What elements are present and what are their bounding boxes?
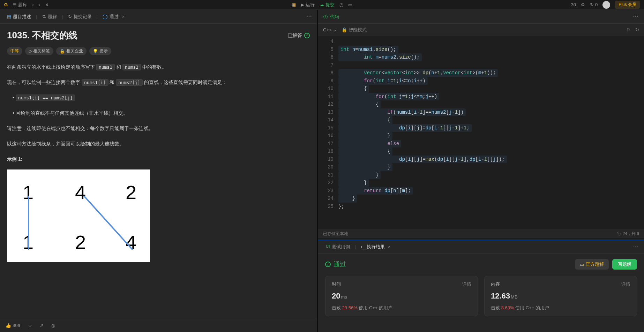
time-label: 时间: [332, 281, 341, 287]
code-icon: ⟨/⟩: [323, 14, 328, 19]
submit-button[interactable]: ☁ 提交: [320, 2, 335, 8]
timer-icon[interactable]: ◷: [339, 2, 343, 7]
memory-detail-link[interactable]: 详情: [621, 281, 630, 287]
bullet: • nums1[i] == nums2[j]: [13, 93, 310, 103]
check-circle-icon: ✓: [304, 33, 310, 38]
paragraph: 请注意，连线即使在端点也不能相交：每个数字只能属于一条连线。: [7, 123, 310, 133]
time-value: 20ms: [332, 292, 471, 301]
code-menu[interactable]: ⋯: [633, 13, 639, 20]
tags-pill[interactable]: ◇ 相关标签: [25, 47, 53, 55]
check-icon: ◯: [103, 14, 108, 19]
write-solution-button[interactable]: 写题解: [612, 259, 637, 270]
favorite-button[interactable]: ☆: [28, 323, 32, 328]
code-tab[interactable]: ⟨/⟩ 代码: [323, 14, 339, 20]
solved-badge: 已解答 ✓: [287, 32, 310, 39]
example-image: 1 4 2 1 2 4: [7, 169, 150, 262]
notes-icon[interactable]: ▭: [348, 2, 352, 7]
problem-content[interactable]: 1035. 不相交的线 已解答 ✓ 中等 ◇ 相关标签 🔒 相关企业 💡 提示 …: [0, 24, 317, 319]
logo-icon[interactable]: G: [4, 2, 8, 7]
check-circle-icon: ✓: [325, 262, 331, 267]
like-button[interactable]: 👍 496: [6, 323, 20, 328]
flask-icon: ⚗: [42, 14, 46, 19]
streak-count[interactable]: 30: [571, 2, 576, 7]
example-label: 示例 1:: [7, 154, 310, 164]
settings-icon[interactable]: ⚙: [581, 2, 585, 7]
difficulty-badge: 中等: [7, 47, 22, 55]
cursor-position: 行 24，列 6: [617, 231, 639, 237]
testcase-icon: ☑: [326, 244, 330, 249]
tab-submissions[interactable]: ↻ 提交记录: [65, 12, 95, 21]
description-panel: ▤ 题目描述 | ⚗ 题解 | ↻ 提交记录 | ◯ 通过 × ⋯ 103: [0, 10, 318, 332]
paragraph: 现在，可以绘制一些连接两个数字 nums1[i] 和 nums2[j] 的直线，…: [7, 77, 310, 87]
feedback-button[interactable]: ◎: [51, 323, 55, 328]
paragraph: 在两条独立的水平线上按给定的顺序写下 nums1 和 nums2 中的整数。: [7, 62, 310, 72]
hint-pill[interactable]: 💡 提示: [89, 47, 111, 55]
nav-prev[interactable]: ‹: [32, 2, 33, 7]
reset-timer[interactable]: ↻ 0: [590, 2, 598, 7]
nav-problems[interactable]: ☰ 题库: [13, 2, 27, 8]
book-icon: ▭: [580, 262, 584, 267]
clock-icon: ↻: [68, 14, 72, 19]
terminal-icon: ›_: [361, 244, 365, 249]
tab-testcase[interactable]: ☑ 测试用例: [323, 242, 353, 251]
memory-card[interactable]: 内存 详情 12.63MB 击败 8.63% 使用 C++ 的用户: [484, 276, 637, 316]
gutter: 45678910111213141516171819202122232425: [318, 36, 338, 229]
doc-icon: ▤: [7, 14, 11, 19]
svg-line-0: [84, 196, 133, 250]
share-button[interactable]: ↗: [40, 323, 44, 328]
time-beat: 击败 29.56% 使用 C++ 的用户: [332, 305, 471, 311]
nav-next[interactable]: ›: [38, 2, 40, 7]
result-panel: ☑ 测试用例 | ›_ 执行结果 × ⋯ ✓ 通过: [318, 239, 644, 332]
panel-menu[interactable]: ⋯: [306, 13, 313, 20]
result-menu[interactable]: ⋯: [633, 243, 639, 250]
problem-title: 1035. 不相交的线: [7, 29, 77, 42]
list-icon: ☰: [13, 2, 17, 7]
close-icon[interactable]: ×: [122, 14, 125, 19]
bullet: • 且绘制的直线不与任何其他连线（非水平线）相交。: [13, 108, 310, 118]
pass-status: ✓ 通过: [325, 260, 346, 269]
code-editor[interactable]: 45678910111213141516171819202122232425 i…: [318, 36, 644, 229]
bookmark-icon[interactable]: ⚐: [626, 27, 630, 32]
smart-mode[interactable]: 🔒 智能模式: [342, 27, 367, 33]
memory-beat: 击败 8.63% 使用 C++ 的用户: [491, 305, 630, 311]
code-lines[interactable]: int n=nums1.size(); int m=nums2.size(); …: [338, 36, 644, 229]
problem-footer: 👍 496 ☆ ↗ ◎: [0, 319, 317, 332]
code-panel: ⟨/⟩ 代码 ⋯ C++ ⌄ 🔒 智能模式 ⚐ ↻ 45678910111213…: [318, 10, 644, 332]
official-solution-button[interactable]: ▭ 官方题解: [575, 259, 609, 270]
time-detail-link[interactable]: 详情: [462, 281, 471, 287]
close-icon[interactable]: ×: [388, 244, 391, 249]
reset-icon[interactable]: ↻: [635, 27, 639, 32]
companies-pill[interactable]: 🔒 相关企业: [56, 47, 87, 55]
tab-accepted[interactable]: ◯ 通过 ×: [100, 12, 127, 21]
time-card[interactable]: 时间 详情 20ms 击败 29.56% 使用 C++ 的用户: [325, 276, 478, 316]
topbar: G ☰ 题库 ‹ › ⤨ ▦ ▶ 运行 ☁ 提交 ◷ ▭ 30 ⚙ ↻ 0 Pl…: [0, 0, 644, 10]
layout-icon[interactable]: ▦: [292, 2, 296, 7]
run-button[interactable]: ▶ 运行: [301, 2, 315, 8]
memory-value: 12.63MB: [491, 292, 630, 301]
language-selector[interactable]: C++ ⌄: [323, 27, 337, 32]
shuffle-icon[interactable]: ⤨: [45, 2, 49, 7]
tab-solution[interactable]: ⚗ 题解: [39, 12, 60, 21]
plus-badge[interactable]: Plus 会员: [615, 1, 640, 9]
save-status: 已存储至本地: [323, 231, 348, 237]
paragraph: 以这种方法绘制线条，并返回可以绘制的最大连线数。: [7, 139, 310, 149]
tab-description[interactable]: ▤ 题目描述: [4, 12, 34, 21]
memory-label: 内存: [491, 281, 500, 287]
tab-result[interactable]: ›_ 执行结果 ×: [358, 242, 393, 251]
avatar[interactable]: [602, 1, 610, 9]
